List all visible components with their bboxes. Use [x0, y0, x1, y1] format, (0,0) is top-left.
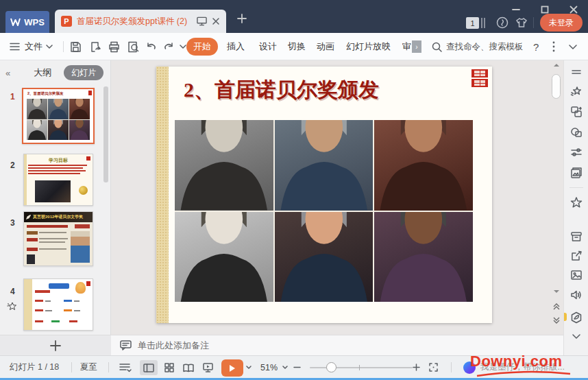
ppt-file-icon: P	[61, 16, 72, 27]
print-button[interactable]	[108, 33, 120, 60]
play-options-caret[interactable]	[246, 356, 252, 379]
ribbon-more-button[interactable]	[552, 33, 555, 60]
status-bar: 幻灯片 1 / 18 夏至 51% 我是墨仔，帮你排版...	[0, 355, 588, 380]
ribbon-tabs-overflow-button[interactable]: ›	[412, 40, 421, 53]
redo-button[interactable]	[163, 33, 175, 60]
zoom-caret[interactable]	[282, 356, 288, 379]
wps-logo-icon	[10, 18, 21, 26]
fit-to-window-button[interactable]	[429, 356, 438, 379]
help-button[interactable]: ?	[533, 33, 539, 60]
collapse-panel-button[interactable]: «	[5, 68, 10, 78]
theme-name-button[interactable]: 夏至	[80, 356, 97, 379]
undo-button[interactable]	[145, 33, 157, 60]
favorites-star-icon[interactable]	[570, 196, 583, 209]
ribbon-tab-animations[interactable]: 动画	[317, 33, 334, 60]
slide-2-number: 2	[10, 161, 15, 170]
thumbnail-scrollbar[interactable]	[103, 86, 108, 182]
ribbon-tab-slideshow[interactable]: 幻灯片放映	[346, 33, 391, 60]
slide-title[interactable]: 2、首届诺贝尔奖颁发	[184, 76, 379, 104]
document-tab[interactable]: P 首届诺贝尔奖颁发ppt课件 (2)	[55, 10, 226, 33]
audio-speaker-icon[interactable]	[570, 289, 583, 301]
smart-beautify-icon[interactable]	[570, 85, 583, 97]
document-count-badge[interactable]: 1	[466, 17, 479, 29]
slide-3-thumbnail[interactable]: 莫言获2012年诺贝尔文学奖	[23, 211, 93, 266]
login-button[interactable]: 未登录	[540, 14, 583, 32]
quickbar-more-button[interactable]	[180, 33, 186, 60]
activity-icon[interactable]	[496, 16, 510, 30]
slide-scrollbar[interactable]	[550, 62, 563, 333]
ribbon-tab-insert[interactable]: 插入	[227, 33, 245, 60]
save-button[interactable]	[70, 33, 82, 60]
panel-drag-handle[interactable]	[570, 66, 583, 78]
slide-sorter-view-button[interactable]	[160, 360, 178, 375]
slides-tab[interactable]: 幻灯片	[64, 65, 103, 80]
titlebar-divider	[533, 17, 534, 28]
statusbar-divider	[71, 362, 72, 372]
ribbon-tab-review-clipped[interactable]: 审	[402, 33, 412, 60]
command-search-box[interactable]: 查找命令、搜索模板	[432, 33, 524, 60]
print-preview-button[interactable]	[127, 33, 139, 60]
slide-1-number: 1	[10, 92, 15, 102]
zoom-slider-track[interactable]	[310, 367, 413, 368]
slide-1-thumb-title: 2、首届诺贝尔奖颁发	[27, 91, 64, 96]
titlebar: WPS P 首届诺贝尔奖颁发ppt课件 (2) 1 未登录	[0, 0, 588, 33]
play-slideshow-button[interactable]	[221, 359, 243, 377]
slide-4-thumbnail[interactable]	[23, 278, 93, 331]
tab-close-icon[interactable]	[212, 17, 220, 25]
slide-canvas[interactable]: 2、首届诺贝尔奖颁发	[156, 67, 492, 323]
new-tab-button[interactable]	[233, 10, 251, 27]
scroll-up-icon[interactable]	[553, 63, 560, 67]
slide-4-number: 4	[10, 287, 15, 296]
file-menu-button[interactable]: 文件	[10, 33, 53, 60]
normal-view-button[interactable]	[140, 360, 158, 375]
ribbon-tab-home[interactable]: 开始	[186, 38, 218, 56]
red-seal-stamp	[471, 69, 488, 87]
garcia-marquez-portrait	[275, 120, 373, 211]
shapes-icon[interactable]	[570, 126, 583, 139]
toolbar-collapse-chevron-icon[interactable]	[570, 333, 583, 340]
skin-theme-icon[interactable]	[515, 16, 529, 30]
previous-slide-icon[interactable]	[553, 303, 560, 310]
notes-input-bar[interactable]: 单击此处添加备注	[111, 335, 563, 355]
export-button[interactable]	[89, 33, 101, 60]
slideshow-view-button[interactable]	[199, 360, 217, 375]
notification-notch	[564, 313, 567, 321]
scroll-down-icon[interactable]	[553, 289, 560, 294]
resource-library-icon[interactable]	[570, 167, 583, 179]
plus-icon	[237, 14, 247, 23]
window-minimize-button[interactable]	[504, 3, 528, 16]
add-slide-button[interactable]	[0, 335, 111, 355]
slide-editor-area[interactable]: 2、首届诺贝尔奖颁发	[111, 60, 563, 335]
reading-view-button[interactable]	[180, 360, 197, 375]
slide-1-thumbnail[interactable]: 2、首届诺贝尔奖颁发	[22, 88, 95, 144]
archive-box-icon[interactable]	[570, 230, 583, 243]
nobel-laureates-photo-grid[interactable]	[175, 120, 473, 302]
eco-skill-icon[interactable]	[570, 311, 583, 324]
image-icon[interactable]	[570, 269, 583, 281]
ribbon-tab-transitions[interactable]: 切换	[288, 33, 306, 60]
wps-menu-button[interactable]: WPS	[5, 11, 49, 33]
outline-tab[interactable]: 大纲	[34, 67, 51, 79]
statusbar-divider	[451, 362, 452, 372]
slide-2-thumbnail[interactable]: 学习目标	[23, 154, 93, 206]
assistant-message[interactable]: 我是墨仔，帮你排版...	[480, 356, 565, 379]
file-label: 文件	[25, 40, 42, 53]
assistant-avatar[interactable]	[463, 361, 476, 374]
present-monitor-icon[interactable]	[197, 16, 207, 26]
layout-switch-icon[interactable]	[570, 106, 583, 118]
slide-scrollbar-thumb[interactable]	[552, 74, 561, 99]
object-properties-icon[interactable]	[570, 146, 583, 158]
collapse-ribbon-button[interactable]	[569, 33, 577, 60]
next-slide-icon[interactable]	[553, 317, 560, 324]
slide-2-thumb-medal	[79, 186, 88, 195]
notes-toggle-button[interactable]	[119, 356, 133, 379]
zoom-slider-knob[interactable]	[326, 362, 336, 372]
stacked-documents-icon	[481, 18, 485, 28]
ribbon-bar: 文件 开始 插入 设计 切换 动画 幻灯片放映 审 › 查找命令、搜索模板 ?	[0, 33, 588, 60]
zoom-level[interactable]: 51%	[260, 356, 278, 379]
zoom-in-button[interactable]	[413, 356, 420, 379]
ribbon-tab-design[interactable]: 设计	[259, 33, 277, 60]
share-icon[interactable]	[570, 250, 583, 262]
minimize-icon	[512, 5, 520, 14]
zoom-out-button[interactable]	[293, 356, 301, 379]
